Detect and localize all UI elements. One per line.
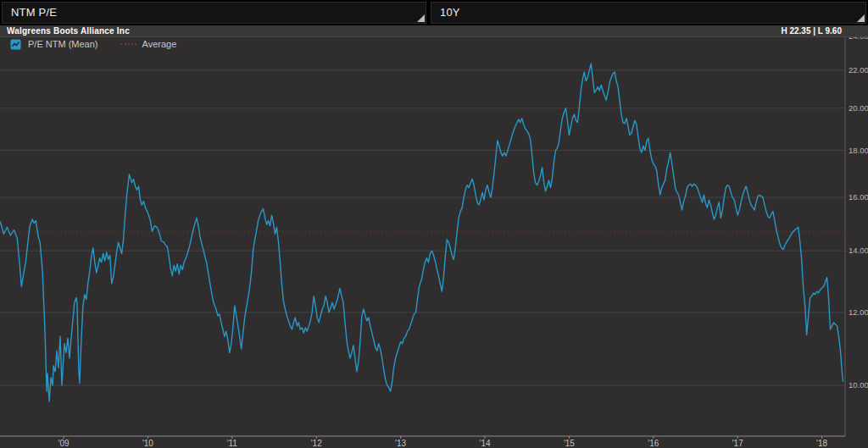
y-axis-label: 10.00 [849,380,868,390]
chart-plot-area[interactable]: 24.0022.0020.0018.0016.0014.0012.0010.00… [0,0,868,448]
x-axis-label: '12 [311,439,322,448]
x-axis-label: '10 [142,439,153,448]
x-axis-label: '11 [227,439,238,448]
series-chart-icon[interactable] [10,39,21,50]
legend-average-label[interactable]: Average [142,39,177,49]
x-axis-label: '16 [648,439,659,448]
x-axis-label: '14 [479,439,490,448]
y-axis-label: 16.00 [849,192,868,202]
dropdown-grip-icon [417,14,425,22]
app-window: { "toolbar": { "metric_selector": { "val… [0,0,868,448]
y-axis-label: 14.00 [849,246,868,255]
pe-ntm-series-line [0,64,843,401]
company-name: Walgreens Boots Alliance Inc [7,26,130,36]
metric-selector[interactable]: NTM P/E [2,2,426,24]
x-axis-label: '09 [58,439,69,448]
chart-legend: P/E NTM (Mean) Average [10,38,176,50]
x-axis-label: '17 [732,439,743,448]
y-axis-label: 20.00 [849,103,868,113]
y-axis-label: 12.00 [849,307,868,317]
x-axis-label: '13 [395,439,406,448]
high-low-readout: H 22.35 | L 9.60 [781,26,842,36]
range-selector-value: 10Y [440,6,460,19]
range-selector[interactable]: 10Y [431,2,866,24]
chart-header: Walgreens Boots Alliance Inc H 22.35 | L… [0,25,868,37]
y-axis-label: 18.00 [849,146,868,155]
metric-selector-value: NTM P/E [11,6,57,19]
x-axis-label: '15 [564,439,575,448]
x-axis-label: '18 [816,439,827,448]
dropdown-grip-icon [857,14,865,22]
average-line-swatch [120,43,136,45]
y-axis-label: 22.00 [849,65,868,75]
toolbar: NTM P/E 10Y [0,0,868,25]
legend-series-label[interactable]: P/E NTM (Mean) [28,39,98,49]
